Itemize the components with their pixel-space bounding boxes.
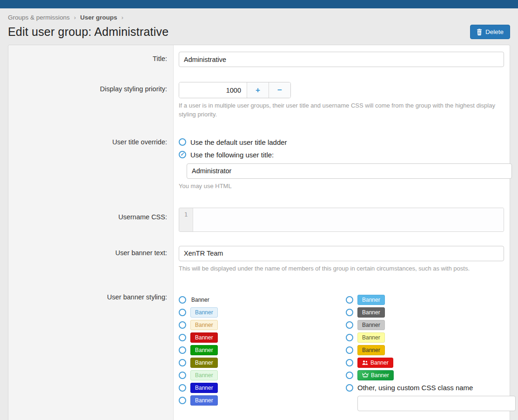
banner-text-input[interactable] [179,246,504,261]
priority-label: Display styling priority: [8,82,174,119]
banner-style-staff-green[interactable]: Banner [357,370,394,380]
banner-text-hint: This will be displayed under the name of… [179,264,504,273]
banner-style-gold[interactable]: Banner [357,345,385,355]
breadcrumb-separator-icon: › [121,14,123,21]
title-input[interactable] [179,52,504,67]
banner-style-paleyellow[interactable]: Banner [357,332,385,343]
banner-option[interactable]: Banner [346,306,504,318]
user-title-hint: You may use HTML [179,182,504,191]
breadcrumb-groups-permissions[interactable]: Groups & permissions [8,14,70,21]
title-label: Title: [8,52,174,67]
banner-option[interactable]: Banner [346,356,504,369]
priority-increment-button[interactable]: + [247,82,269,98]
banner-chip-label: Banner [362,310,380,315]
banner-chip-label: Banner [195,398,213,403]
banner-option[interactable]: Banner [179,344,346,356]
banner-option[interactable]: Banner [346,331,504,344]
banner-style-skyblue[interactable]: Banner [357,295,385,305]
banner-option-other[interactable]: Other, using custom CSS class name [346,381,504,394]
code-line-number: 1 [179,208,193,231]
banner-option[interactable]: Banner [179,293,346,306]
banner-option[interactable]: Banner [179,394,346,406]
radio-banner-style-darkgray[interactable] [346,309,353,316]
banner-options-right: BannerBannerBannerBannerBannerBannerBann… [346,293,504,411]
user-title-option-default[interactable]: Use the default user title ladder [179,136,504,149]
radio-custom-user-title[interactable] [179,151,186,158]
banner-chip-label: Banner [371,373,389,378]
username-css-editor[interactable]: 1 [179,208,504,232]
banner-style-darkgray[interactable]: Banner [357,307,385,318]
username-css-row: Username CSS: 1 [8,208,510,232]
radio-banner-style-green[interactable] [179,346,186,354]
banner-text-row: User banner text: This will be displayed… [8,246,510,273]
radio-banner-style-darkblue[interactable] [179,384,186,392]
radio-banner-style-palegreen[interactable] [179,372,186,379]
banner-style-palegreen[interactable]: Banner [190,370,218,380]
priority-decrement-button[interactable]: − [269,82,290,98]
banner-style-cream[interactable]: Banner [190,320,218,330]
banner-style-none[interactable]: Banner [190,295,210,305]
priority-input[interactable] [179,82,247,98]
delete-button[interactable]: Delete [470,25,510,39]
banner-styling-row: User banner styling: BannerBannerBannerB… [8,293,510,411]
page-container: Groups & permissions › User groups › Edi… [0,8,518,420]
user-title-override-row: User title override: Use the default use… [8,136,510,191]
banner-option[interactable]: Banner [179,331,346,344]
custom-css-class-input[interactable] [357,396,516,411]
banner-option[interactable]: Banner [179,306,346,318]
banner-text-label: User banner text: [8,246,174,273]
banner-chip-label: Banner [195,373,213,378]
banner-chip-label: Banner [191,297,209,303]
banner-chip-label: Banner [195,360,213,366]
breadcrumb-separator-icon: › [74,14,76,21]
radio-banner-style-red[interactable] [179,334,186,341]
banner-option[interactable]: Banner [346,344,504,356]
banner-style-lightblue[interactable]: Banner [190,307,218,318]
banner-chip-label: Banner [195,322,213,328]
banner-style-darkblue[interactable]: Banner [190,383,218,393]
radio-default-title-ladder-label[interactable]: Use the default user title ladder [190,138,287,146]
banner-option[interactable]: Banner [346,369,504,381]
radio-banner-style-skyblue[interactable] [346,296,353,304]
users-icon [362,360,368,365]
radio-custom-user-title-label[interactable]: Use the following user title: [190,151,274,159]
top-nav-bar [0,0,518,8]
user-title-input[interactable] [187,163,512,179]
radio-banner-style-staff-red[interactable] [346,359,353,366]
radio-banner-style-staff-green[interactable] [346,372,353,379]
banner-option[interactable]: Banner [179,381,346,394]
banner-style-red[interactable]: Banner [190,332,218,343]
radio-banner-style-cream[interactable] [179,321,186,329]
radio-default-title-ladder[interactable] [179,138,186,146]
radio-banner-style-royalblue[interactable] [179,397,186,404]
banner-style-royalblue[interactable]: Banner [190,395,218,406]
radio-banner-style-none[interactable] [179,296,186,304]
banner-style-green[interactable]: Banner [190,345,218,355]
trash-icon [477,29,482,35]
radio-banner-style-lightblue[interactable] [179,309,186,316]
banner-styling-label: User banner styling: [8,293,174,411]
radio-banner-style-gold[interactable] [346,346,353,354]
radio-banner-style-lightgray[interactable] [346,321,353,329]
radio-banner-style-olive[interactable] [179,359,186,366]
banner-option[interactable]: Banner [179,318,346,331]
radio-other-css-class[interactable] [346,384,353,392]
breadcrumb: Groups & permissions › User groups › [8,8,510,21]
banner-chip-label: Banner [195,385,213,391]
banner-option[interactable]: Banner [346,318,504,331]
delete-button-label: Delete [485,28,504,35]
radio-banner-style-paleyellow[interactable] [346,334,353,341]
banner-style-olive[interactable]: Banner [190,358,218,368]
code-content[interactable] [193,208,504,231]
user-title-option-custom[interactable]: Use the following user title: [179,149,504,161]
banner-option[interactable]: Banner [179,356,346,369]
banner-style-staff-red[interactable]: Banner [357,358,393,368]
banner-option[interactable]: Banner [346,293,504,306]
priority-stepper: + − [179,82,291,98]
crown-icon [362,373,369,378]
banner-style-lightgray[interactable]: Banner [357,320,385,330]
banner-option[interactable]: Banner [179,369,346,381]
breadcrumb-user-groups[interactable]: User groups [80,14,117,21]
banner-other-label[interactable]: Other, using custom CSS class name [357,384,473,392]
banner-chip-label: Banner [362,297,380,303]
